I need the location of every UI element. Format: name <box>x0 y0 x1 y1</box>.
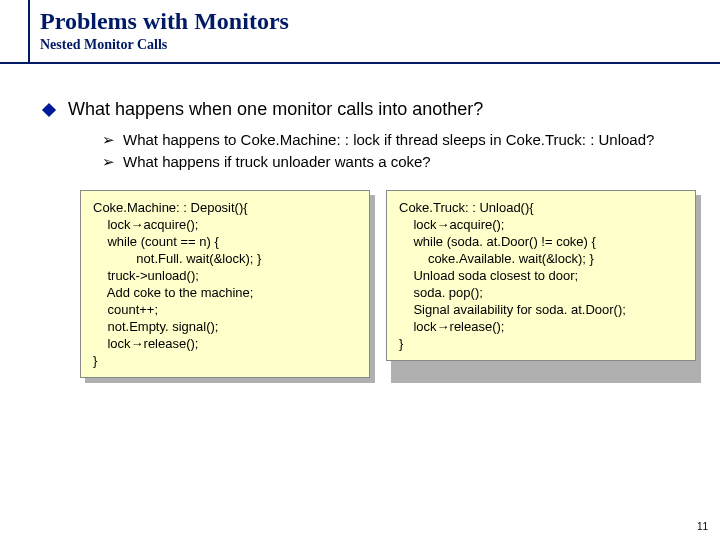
code-row: Coke.Machine: : Deposit(){ lock→acquire(… <box>80 190 690 378</box>
sub-bullet: ➢ What happens to Coke.Machine: : lock i… <box>102 130 690 150</box>
main-bullet: What happens when one monitor calls into… <box>40 99 690 120</box>
arrow-bullet-icon: ➢ <box>102 152 115 172</box>
slide-body: What happens when one monitor calls into… <box>0 53 720 378</box>
sub-bullet-text: What happens to Coke.Machine: : lock if … <box>123 130 654 150</box>
slide-header: Problems with Monitors Nested Monitor Ca… <box>0 0 720 53</box>
slide-subtitle: Nested Monitor Calls <box>40 37 720 53</box>
code-box-unload: Coke.Truck: : Unload(){ lock→acquire(); … <box>386 190 696 361</box>
code-box-right-wrap: Coke.Truck: : Unload(){ lock→acquire(); … <box>386 190 696 378</box>
code-box-deposit: Coke.Machine: : Deposit(){ lock→acquire(… <box>80 190 370 378</box>
diamond-bullet-icon <box>42 103 56 117</box>
sub-bullet-text: What happens if truck unloader wants a c… <box>123 152 431 172</box>
arrow-bullet-icon: ➢ <box>102 130 115 150</box>
header-horizontal-rule <box>0 62 720 64</box>
sub-bullet-list: ➢ What happens to Coke.Machine: : lock i… <box>102 130 690 172</box>
sub-bullet: ➢ What happens if truck unloader wants a… <box>102 152 690 172</box>
header-vertical-rule <box>28 0 30 62</box>
main-bullet-text: What happens when one monitor calls into… <box>68 99 483 120</box>
code-box-left-wrap: Coke.Machine: : Deposit(){ lock→acquire(… <box>80 190 370 378</box>
page-number: 11 <box>697 521 708 532</box>
slide-title: Problems with Monitors <box>40 8 720 35</box>
